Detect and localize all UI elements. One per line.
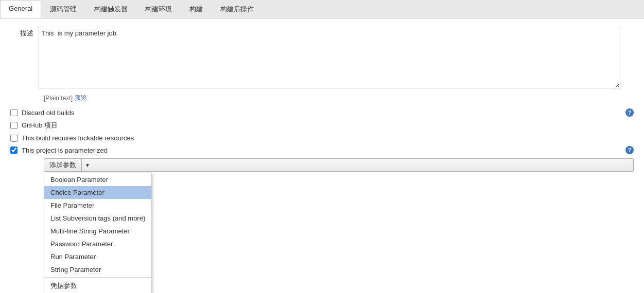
tab-trigger[interactable]: 构建触发器: [85, 0, 136, 18]
github-project-checkbox[interactable]: [10, 122, 18, 129]
tab-env[interactable]: 构建环境: [136, 0, 181, 18]
tab-general[interactable]: General: [0, 0, 41, 18]
tab-postbuild[interactable]: 构建后操作: [212, 0, 263, 18]
discard-help-icon[interactable]: ?: [625, 108, 634, 117]
dropdown-item-svn[interactable]: List Subversion tags (and more): [44, 212, 151, 225]
plain-text-row: [Plain text] 预览: [44, 94, 634, 102]
add-param-btn-label[interactable]: 添加参数: [44, 158, 82, 172]
dropdown-item-password[interactable]: Password Parameter: [44, 237, 151, 250]
dropdown-item-boolean[interactable]: Boolean Parameter: [44, 173, 151, 186]
tab-source[interactable]: 源码管理: [41, 0, 85, 18]
discard-old-builds-checkbox[interactable]: [10, 109, 18, 116]
parameterized-checkbox[interactable]: [10, 146, 18, 154]
checkbox-row-lockable: This build requires lockable resources: [10, 134, 634, 142]
tabs-bar: General 源码管理 构建触发器 构建环境 构建 构建后操作: [0, 0, 644, 19]
dropdown-item-multiline[interactable]: Multi-line String Parameter: [44, 225, 151, 237]
parameterized-label: This project is parameterized: [22, 146, 108, 154]
dropdown-item-credentials[interactable]: 凭据参数: [44, 279, 151, 293]
add-param-btn-arrow[interactable]: ▼: [82, 160, 93, 170]
add-param-btn-dropdown[interactable]: 添加参数 ▼: [44, 158, 634, 172]
tab-build[interactable]: 构建: [181, 0, 212, 18]
dropdown-menu: Boolean Parameter Choice Parameter File …: [44, 173, 152, 293]
preview-link[interactable]: 预览: [75, 94, 87, 102]
dropdown-divider: [44, 277, 151, 278]
dropdown-item-run[interactable]: Run Parameter: [44, 250, 151, 263]
lockable-resources-checkbox[interactable]: [10, 135, 18, 142]
checkbox-row-github: GitHub 项目: [10, 121, 634, 130]
parameterized-help-icon[interactable]: ?: [625, 146, 634, 154]
github-project-label: GitHub 项目: [22, 121, 58, 130]
description-row: 描述 This is my parameter job: [10, 27, 634, 88]
description-label: 描述: [10, 27, 39, 38]
dropdown-item-file[interactable]: File Parameter: [44, 199, 151, 212]
description-textarea[interactable]: This is my parameter job: [39, 27, 620, 88]
checkbox-row-parameterized: This project is parameterized ?: [10, 146, 634, 154]
discard-old-builds-label: Discard old builds: [22, 109, 75, 117]
add-param-section: 添加参数 ▼ Boolean Parameter Choice Paramete…: [44, 158, 634, 172]
plain-text-label: [Plain text]: [44, 95, 73, 102]
checkbox-row-discard: Discard old builds ?: [10, 108, 634, 117]
content-area: 描述 This is my parameter job [Plain text]…: [0, 19, 644, 293]
lockable-resources-label: This build requires lockable resources: [22, 134, 134, 142]
dropdown-item-choice[interactable]: Choice Parameter: [44, 186, 151, 199]
dropdown-item-string[interactable]: String Parameter: [44, 263, 151, 276]
